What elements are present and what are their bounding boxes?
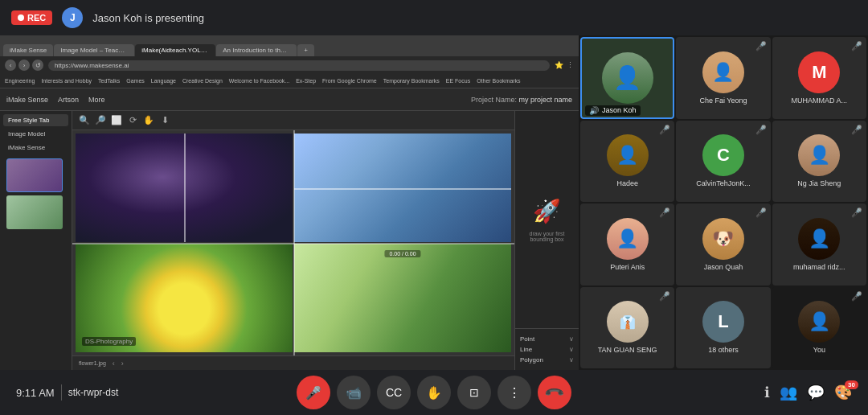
bookmark-games[interactable]: Games: [126, 78, 145, 84]
tab-imagemodel[interactable]: Image Model: [3, 128, 68, 140]
reset-icon[interactable]: ⟳: [127, 115, 138, 126]
others-name: 18 others: [676, 346, 770, 354]
you-face: 👤: [809, 311, 830, 332]
time-meeting: 9:11 AM stk-rwpr-dst: [16, 384, 145, 401]
captions-button[interactable]: CC: [377, 376, 411, 409]
menu-artson[interactable]: Artson: [58, 96, 79, 104]
tab-imakesense[interactable]: iMake Sense: [3, 44, 53, 56]
jason-name: Jason Koh: [602, 106, 637, 114]
info-button[interactable]: ℹ: [764, 384, 770, 401]
bookmark-ee[interactable]: EE Focus: [446, 78, 470, 84]
fit-icon[interactable]: ⬜: [111, 115, 122, 126]
tile-che-fai: 🎤 👤 Che Fai Yeong: [676, 37, 770, 119]
browser-addressbar: ‹ › ↺ https://www.makesense.ai ⭐ ⋮: [0, 56, 579, 74]
url-bar[interactable]: https://www.makesense.ai: [48, 60, 550, 71]
present-button[interactable]: ⊡: [457, 376, 491, 409]
canvas-bottom-strip: flower1.jpg ‹ ›: [72, 355, 514, 370]
che-face: 👤: [712, 62, 734, 83]
back-btn[interactable]: ‹: [5, 60, 16, 71]
meeting-code: stk-rwpr-dst: [68, 387, 119, 398]
refresh-btn[interactable]: ↺: [32, 60, 43, 71]
bookmark-other[interactable]: Other Bookmarks: [477, 78, 520, 84]
download-icon[interactable]: ⬇: [159, 115, 170, 126]
mic-button[interactable]: 🎤: [297, 376, 330, 409]
ng-avatar: 👤: [798, 134, 840, 176]
image-watermark: DS-Photography: [82, 337, 136, 346]
zoom-in-icon[interactable]: 🔍: [79, 115, 90, 126]
canvas-area: 🔍 🔎 ⬜ ⟳ ✋ ⬇: [72, 111, 514, 370]
bookmark-engineering[interactable]: Engineering: [5, 78, 35, 84]
jason-name-label: 🔊 Jason Koh: [585, 105, 641, 116]
activities-button[interactable]: 30 🎨: [834, 384, 852, 401]
canvas-cell-2[interactable]: [294, 134, 511, 242]
bookmark-temp[interactable]: Temporary Bookmarks: [383, 78, 440, 84]
draw-point[interactable]: Point ∨: [520, 334, 574, 344]
bookmark-exstep[interactable]: Ex-Step: [296, 78, 316, 84]
wave-icon: 🔊: [589, 106, 599, 115]
tile-you: 🎤 👤 You: [772, 287, 866, 369]
bookmark-creative[interactable]: Creative Design: [182, 78, 223, 84]
bookmark-language[interactable]: Language: [151, 78, 176, 84]
you-name: You: [772, 346, 866, 354]
tab-makesense[interactable]: iMake(Aidteach.YOLO.YV...: [135, 44, 215, 56]
end-call-button[interactable]: 📞: [538, 376, 571, 409]
tab-imakesense-app[interactable]: iMake Sense: [3, 142, 68, 154]
tile-quah: 🎤 🐶 Jason Quah: [676, 203, 770, 286]
che-fai-name: Che Fai Yeong: [676, 97, 770, 105]
canvas-cell-4[interactable]: 0.00 / 0.00: [294, 244, 511, 352]
menu-more[interactable]: More: [88, 96, 105, 104]
tab-coco[interactable]: An Introduction to the COCO...: [216, 44, 297, 56]
tile-calvin: 🎤 C CalvinTehJonK...: [676, 121, 770, 203]
tile-others: L 18 others: [676, 287, 770, 369]
thumbnail-1[interactable]: [6, 158, 63, 192]
zoom-out-icon[interactable]: 🔎: [95, 115, 106, 126]
line-label: Line: [520, 346, 532, 353]
menu-imakesense[interactable]: iMake Sense: [6, 96, 48, 104]
activities-badge: 30: [845, 380, 858, 389]
bookmark-facebook[interactable]: Welcome to Facebook...: [229, 78, 289, 84]
chat-button[interactable]: 💬: [807, 384, 825, 401]
next-icon[interactable]: ›: [121, 360, 124, 368]
rec-badge: REC: [11, 10, 52, 25]
left-panel: Free Style Tab Image Model iMake Sense: [0, 111, 72, 370]
canvas-cell-3[interactable]: DS-Photography: [76, 244, 293, 352]
quah-name: Jason Quah: [676, 263, 770, 271]
hand-icon[interactable]: ✋: [143, 115, 154, 126]
ridz-mute-icon: 🎤: [851, 208, 862, 218]
draw-line[interactable]: Line ∨: [520, 344, 574, 355]
app-header: iMake Sense Artson More Project Name: my…: [0, 88, 579, 111]
muhammad-name: MUHAMMAD A...: [772, 97, 866, 105]
thumbnail-2[interactable]: [6, 195, 63, 229]
rocket-icon: 🚀: [533, 198, 561, 224]
raise-hand-button[interactable]: ✋: [417, 376, 451, 409]
polygon-label: Polygon: [520, 356, 543, 364]
che-fai-mute-icon: 🎤: [755, 41, 767, 51]
draw-polygon[interactable]: Polygon ∨: [520, 355, 574, 365]
tab-teachable[interactable]: Image Model – Teachable M...: [54, 44, 134, 56]
participants-panel: 👤 🔊 Jason Koh 🎤 👤 Che Fai Yeong 🎤 M MUHA…: [579, 35, 868, 370]
tab-new[interactable]: +: [297, 44, 314, 56]
puteri-avatar: 👤: [607, 218, 649, 260]
more-options-button[interactable]: ⋮: [497, 376, 531, 409]
bottom-bar: 9:11 AM stk-rwpr-dst 🎤 📹 CC ✋ ⊡ ⋮ 📞: [0, 370, 868, 415]
others-avatar: L: [702, 301, 744, 343]
people-button[interactable]: 👥: [780, 384, 797, 401]
canvas-cell-1[interactable]: [76, 134, 293, 242]
forward-btn[interactable]: ›: [18, 60, 30, 71]
calvin-mute-icon: 🎤: [755, 125, 767, 135]
bookmark-tedtalks[interactable]: TedTalks: [98, 78, 120, 84]
bookmark-interests[interactable]: Interests and Hobby: [41, 78, 92, 84]
chat-icon: 💬: [807, 384, 825, 401]
line-arrow: ∨: [569, 346, 574, 353]
app-content: iMake Sense Artson More Project Name: my…: [0, 88, 579, 370]
jason-avatar: 👤: [602, 52, 653, 104]
right-panel: 🚀 draw your first bounding box Point ∨ L…: [514, 111, 579, 370]
crosshair-h-2: [294, 188, 511, 190]
right-panel-content: 🚀 draw your first bounding box: [515, 111, 579, 328]
prev-icon[interactable]: ‹: [113, 360, 115, 368]
hadee-name: Hadee: [580, 179, 674, 187]
tile-tan: 🎤 👔 TAN GUAN SENG: [580, 287, 674, 369]
camera-button[interactable]: 📹: [337, 376, 371, 409]
tab-freestyle[interactable]: Free Style Tab: [3, 114, 68, 126]
bookmark-google[interactable]: From Google Chrome: [322, 78, 377, 84]
